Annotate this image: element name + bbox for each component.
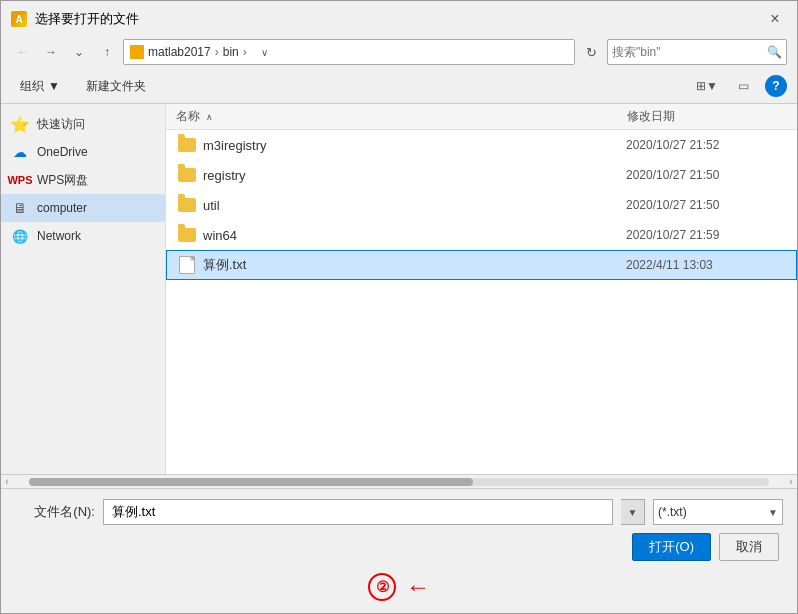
cloud-icon: ☁	[11, 143, 29, 161]
dialog-title: 选择要打开的文件	[35, 10, 139, 28]
organize-button[interactable]: 组织 ▼	[11, 73, 69, 99]
refresh-button[interactable]: ↻	[579, 40, 603, 64]
file-name: 算例.txt	[203, 256, 626, 274]
file-date: 2020/10/27 21:59	[626, 228, 786, 242]
arrow-indicator: ←	[406, 573, 430, 601]
layout-toggle-button[interactable]: ▭	[729, 73, 757, 99]
sidebar-item-computer[interactable]: 🖥 computer	[1, 194, 165, 222]
filetype-arrow-icon: ▼	[768, 507, 778, 518]
sidebar-item-label: Network	[37, 229, 81, 243]
sidebar-item-onedrive[interactable]: ☁ OneDrive	[1, 138, 165, 166]
forward-button[interactable]: →	[39, 40, 63, 64]
address-sep-2: ›	[243, 45, 247, 59]
open-button[interactable]: 打开(O)	[632, 533, 711, 561]
folder-icon	[177, 225, 197, 245]
back-button[interactable]: ←	[11, 40, 35, 64]
star-icon: ⭐	[11, 115, 29, 133]
layout-icon: ▭	[738, 79, 749, 93]
sidebar-item-label: WPS网盘	[37, 172, 88, 189]
file-open-dialog: A 选择要打开的文件 × ← → ⌄ ↑ matlab2017 › bin › …	[0, 0, 798, 614]
file-date: 2022/4/11 13:03	[626, 258, 786, 272]
file-row-util[interactable]: util 2020/10/27 21:50	[166, 190, 797, 220]
new-folder-button[interactable]: 新建文件夹	[77, 73, 155, 99]
view-mode-button[interactable]: ⊞ ▼	[693, 73, 721, 99]
scrollbar-track[interactable]	[29, 478, 769, 486]
col-header-name: 名称 ∧	[176, 108, 627, 125]
sidebar-item-network[interactable]: 🌐 Network	[1, 222, 165, 250]
up-button[interactable]: ↑	[95, 40, 119, 64]
view-arrow-icon: ▼	[706, 79, 718, 93]
filelist-header: 名称 ∧ 修改日期	[166, 104, 797, 130]
close-button[interactable]: ×	[765, 9, 785, 29]
app-icon: A	[11, 11, 27, 27]
file-row-win64[interactable]: win64 2020/10/27 21:59	[166, 220, 797, 250]
file-row-m3iregistry[interactable]: m3iregistry 2020/10/27 21:52	[166, 130, 797, 160]
address-parts: matlab2017 › bin ›	[148, 45, 249, 59]
organize-label: 组织	[20, 78, 44, 95]
file-list: 名称 ∧ 修改日期 m3iregistry 2020/10/27 21:52 r…	[166, 104, 797, 474]
sidebar-item-label: 快速访问	[37, 116, 85, 133]
search-icon: 🔍	[767, 45, 782, 59]
search-bar[interactable]: 🔍	[607, 39, 787, 65]
file-date: 2020/10/27 21:50	[626, 198, 786, 212]
filename-input[interactable]	[103, 499, 613, 525]
main-area: ⭐ 快速访问 ☁ OneDrive WPS WPS网盘 🖥 computer 🌐…	[1, 104, 797, 474]
scroll-left-btn[interactable]: ‹	[1, 476, 13, 487]
actionbar: 组织 ▼ 新建文件夹 ⊞ ▼ ▭ ?	[1, 69, 797, 104]
wps-icon: WPS	[11, 171, 29, 189]
recent-button[interactable]: ⌄	[67, 40, 91, 64]
file-name: registry	[203, 168, 626, 183]
toolbar: ← → ⌄ ↑ matlab2017 › bin › ∨ ↻ 🔍	[1, 35, 797, 69]
titlebar-left: A 选择要打开的文件	[11, 10, 139, 28]
txt-file-icon	[177, 255, 197, 275]
filename-dropdown-button[interactable]: ▼	[621, 499, 645, 525]
file-row-suan-li[interactable]: 算例.txt 2022/4/11 13:03	[166, 250, 797, 280]
sidebar: ⭐ 快速访问 ☁ OneDrive WPS WPS网盘 🖥 computer 🌐…	[1, 104, 166, 474]
file-row-registry[interactable]: registry 2020/10/27 21:50	[166, 160, 797, 190]
annotation-area: ② ←	[15, 569, 783, 603]
filetype-select[interactable]: (*.txt) ▼	[653, 499, 783, 525]
network-icon: 🌐	[11, 227, 29, 245]
sidebar-item-wps[interactable]: WPS WPS网盘	[1, 166, 165, 194]
cancel-button[interactable]: 取消	[719, 533, 779, 561]
filename-row: 文件名(N): ▼ (*.txt) ▼	[15, 499, 783, 525]
folder-icon	[177, 165, 197, 185]
file-date: 2020/10/27 21:52	[626, 138, 786, 152]
address-bar[interactable]: matlab2017 › bin › ∨	[123, 39, 575, 65]
titlebar: A 选择要打开的文件 ×	[1, 1, 797, 35]
scrollbar-thumb[interactable]	[29, 478, 473, 486]
search-input[interactable]	[612, 45, 763, 59]
view-icon: ⊞	[696, 79, 706, 93]
buttons-row: 打开(O) 取消	[15, 533, 783, 561]
file-name: win64	[203, 228, 626, 243]
new-folder-label: 新建文件夹	[86, 78, 146, 95]
annotation-circle: ②	[368, 573, 396, 601]
sidebar-item-quick-access[interactable]: ⭐ 快速访问	[1, 110, 165, 138]
sidebar-item-label: computer	[37, 201, 87, 215]
organize-arrow-icon: ▼	[48, 79, 60, 93]
open-label: 打开(O)	[649, 538, 694, 556]
folder-icon	[177, 195, 197, 215]
address-sep-1: ›	[215, 45, 219, 59]
bottom-panel: 文件名(N): ▼ (*.txt) ▼ 打开(O) 取消 ② ←	[1, 488, 797, 613]
file-name: m3iregistry	[203, 138, 626, 153]
col-header-date: 修改日期	[627, 108, 787, 125]
file-date: 2020/10/27 21:50	[626, 168, 786, 182]
help-button[interactable]: ?	[765, 75, 787, 97]
horizontal-scrollbar[interactable]: ‹ ›	[1, 474, 797, 488]
file-name: util	[203, 198, 626, 213]
address-dropdown-button[interactable]: ∨	[253, 40, 277, 64]
scroll-right-btn[interactable]: ›	[785, 476, 797, 487]
address-part-1: matlab2017	[148, 45, 211, 59]
address-part-2: bin	[223, 45, 239, 59]
computer-icon: 🖥	[11, 199, 29, 217]
sidebar-item-label: OneDrive	[37, 145, 88, 159]
filename-label: 文件名(N):	[15, 503, 95, 521]
folder-icon	[130, 45, 144, 59]
folder-icon	[177, 135, 197, 155]
filetype-text: (*.txt)	[658, 505, 687, 519]
